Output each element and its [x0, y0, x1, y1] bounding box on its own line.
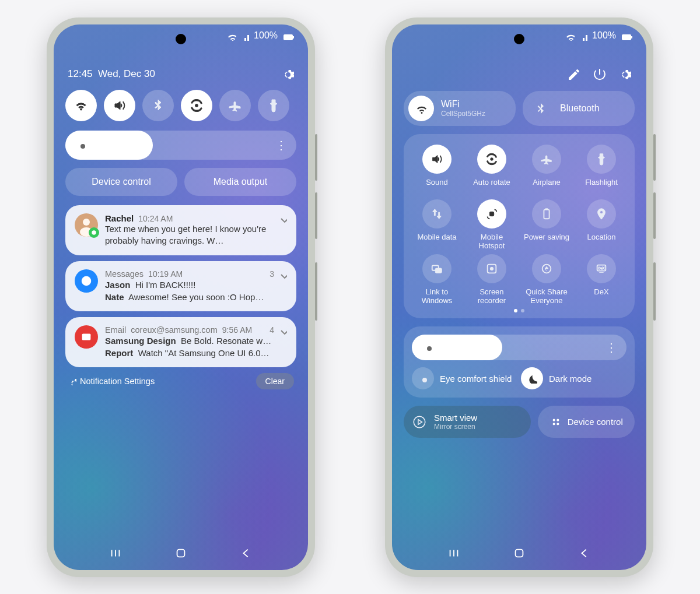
quick-panel-header	[407, 68, 631, 80]
nav-back[interactable]	[240, 547, 253, 560]
clear-button[interactable]: Clear	[256, 373, 294, 389]
battery-text: 100%	[592, 30, 616, 41]
notif-time: 9:56 AM	[222, 325, 252, 335]
battery-status-icon	[620, 30, 632, 41]
dark-mode-toggle[interactable]: Dark mode	[521, 367, 626, 389]
bluetooth-tile[interactable]: Bluetooth	[523, 91, 635, 126]
signal-status-icon	[578, 30, 589, 41]
wifi-tile[interactable]	[65, 90, 97, 121]
notif-preview: Text me when you get here! I know you're…	[105, 223, 287, 247]
link-tile[interactable]: Link to Windows	[412, 254, 462, 305]
status-bar: 100%	[564, 30, 632, 41]
notification-card[interactable]: Emailcoreux@samsung.com9:56 AM Samsung D…	[65, 317, 296, 367]
record-tile[interactable]: Screen recorder	[467, 254, 517, 305]
nav-back[interactable]	[578, 547, 591, 560]
page-dots[interactable]	[410, 309, 629, 312]
wifi-tile[interactable]: WiFiCellSpot5GHz	[404, 91, 516, 126]
camera-cutout	[176, 34, 186, 44]
svg-rect-29	[177, 550, 185, 557]
nav-home[interactable]	[513, 547, 526, 560]
svg-point-27	[83, 219, 90, 226]
nav-recents[interactable]	[447, 547, 460, 560]
notification-settings-link[interactable]: Notification Settings	[68, 377, 155, 386]
notif-count: 4	[270, 325, 274, 335]
notif-time: 10:24 AM	[138, 214, 173, 223]
wifi-status-icon	[226, 30, 236, 41]
notif-time: 10:19 AM	[148, 269, 183, 279]
powersave-tile[interactable]: Power saving	[522, 199, 572, 251]
notification-shade-screen: 100% 12:45 Wed, Dec 30 ⋮ Device control …	[54, 24, 308, 570]
brightness-slider[interactable]: ⋮	[65, 131, 296, 160]
camera-cutout	[514, 34, 524, 44]
autorotate-tile[interactable]	[181, 90, 212, 121]
wifi-status-icon	[564, 30, 575, 41]
notification-card[interactable]: Rachel10:24 AM Text me when you get here…	[65, 205, 296, 255]
quick-tile-row	[65, 90, 296, 121]
dex-tile[interactable]: DeX	[576, 254, 626, 305]
device-control-tile[interactable]: Device control	[538, 406, 635, 438]
svg-rect-30	[516, 550, 523, 557]
brightness-more-icon[interactable]: ⋮	[275, 144, 287, 146]
settings-icon[interactable]	[281, 68, 294, 80]
hotspot-tile[interactable]: Mobile Hotspot	[467, 199, 517, 251]
airplane-tile[interactable]: Airplane	[522, 145, 572, 196]
notif-account: coreux@samsung.com	[131, 325, 218, 335]
nav-recents[interactable]	[109, 547, 122, 560]
brightness-card: ⋮ Eye comfort shield Dark mode	[404, 326, 635, 398]
clock-time: 12:45	[68, 68, 93, 79]
notif-count: 3	[270, 269, 274, 279]
quick-panel-grid: SoundAuto rotateAirplaneFlashlightMobile…	[404, 134, 635, 318]
nav-bar	[54, 547, 308, 560]
airplane-tile[interactable]	[219, 90, 251, 121]
media-output-button[interactable]: Media output	[184, 168, 296, 196]
nav-home[interactable]	[174, 547, 187, 560]
edit-icon[interactable]	[567, 68, 580, 80]
phone-right: 100% WiFiCellSpot5GHz Bluetooth S	[385, 17, 653, 577]
quick-panel-screen: 100% WiFiCellSpot5GHz Bluetooth S	[392, 24, 646, 570]
device-control-button[interactable]: Device control	[65, 168, 177, 196]
status-bar: 100%	[226, 30, 294, 41]
phone-left: 100% 12:45 Wed, Dec 30 ⋮ Device control …	[47, 17, 315, 577]
flashlight-tile[interactable]	[258, 90, 289, 121]
battery-status-icon	[281, 30, 294, 41]
brightness-more-icon[interactable]: ⋮	[606, 346, 617, 349]
smart-view-tile[interactable]: Smart viewMirror screen	[404, 406, 531, 438]
shade-header: 12:45 Wed, Dec 30	[68, 68, 294, 80]
bluetooth-tile[interactable]	[142, 90, 174, 121]
nav-bar	[392, 547, 646, 560]
sound-tile[interactable]: Sound	[412, 145, 462, 196]
sound-tile[interactable]	[104, 90, 135, 121]
power-icon[interactable]	[593, 68, 606, 80]
notif-app: Email	[105, 325, 126, 335]
notification-card[interactable]: Messages10:19 AM Jason Hi I'm BACK!!!!! …	[65, 261, 296, 311]
flashlight-tile[interactable]: Flashlight	[576, 145, 626, 196]
mobiledata-tile[interactable]: Mobile data	[412, 199, 462, 251]
quickshare-tile[interactable]: Quick Share Everyone	[522, 254, 572, 305]
clock-date: Wed, Dec 30	[98, 68, 155, 79]
settings-icon[interactable]	[618, 68, 631, 80]
eye-comfort-toggle[interactable]: Eye comfort shield	[412, 367, 517, 389]
location-tile[interactable]: Location	[576, 199, 626, 251]
signal-status-icon	[240, 30, 250, 41]
battery-text: 100%	[254, 30, 278, 41]
notif-app: Messages	[105, 269, 144, 279]
notif-sender: Rachel	[105, 213, 134, 223]
brightness-slider[interactable]: ⋮	[412, 335, 626, 360]
autorotate-tile[interactable]: Auto rotate	[467, 145, 517, 196]
